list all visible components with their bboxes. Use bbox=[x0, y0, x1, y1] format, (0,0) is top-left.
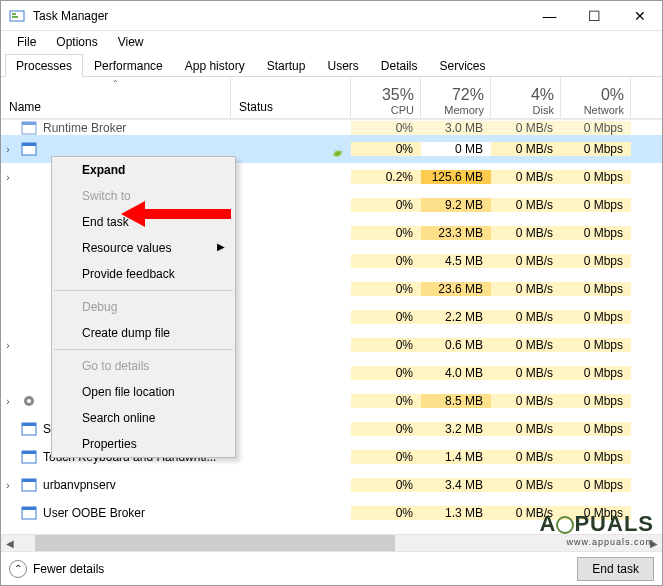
cpu-cell: 0% bbox=[351, 422, 421, 436]
tab-services[interactable]: Services bbox=[429, 54, 497, 77]
horizontal-scrollbar[interactable]: ◀ ▶ bbox=[1, 534, 662, 551]
context-item-provide-feedback[interactable]: Provide feedback bbox=[52, 261, 235, 287]
disk-cell: 0 MB/s bbox=[491, 226, 561, 240]
context-item-properties[interactable]: Properties bbox=[52, 431, 235, 457]
process-name-label: User OOBE Broker bbox=[43, 506, 145, 520]
context-separator bbox=[54, 290, 233, 291]
process-name-cell[interactable]: ›urbanvpnserv bbox=[1, 477, 231, 493]
cpu-cell: 0% bbox=[351, 142, 421, 156]
expand-chevron-icon[interactable]: › bbox=[1, 340, 15, 351]
menu-file[interactable]: File bbox=[7, 33, 46, 51]
context-item-debug: Debug bbox=[52, 294, 235, 320]
table-row[interactable]: Runtime Broker0%3.0 MB0 MB/s0 Mbps bbox=[1, 119, 662, 135]
disk-cell: 0 MB/s bbox=[491, 422, 561, 436]
cpu-cell: 0% bbox=[351, 506, 421, 520]
status-cell: 🍃 bbox=[231, 142, 351, 157]
svg-rect-1 bbox=[12, 13, 16, 15]
column-headers: ⌃ Name Status 35% CPU 72% Memory 4% Disk… bbox=[1, 77, 662, 119]
leaf-icon: 🍃 bbox=[329, 142, 345, 157]
svg-rect-4 bbox=[22, 122, 36, 125]
cpu-cell: 0% bbox=[351, 282, 421, 296]
network-cell: 0 Mbps bbox=[561, 121, 631, 135]
scroll-right-icon[interactable]: ▶ bbox=[645, 535, 662, 551]
expand-chevron-icon[interactable]: › bbox=[1, 172, 15, 183]
tab-details[interactable]: Details bbox=[370, 54, 429, 77]
expand-chevron-icon[interactable]: › bbox=[1, 480, 15, 491]
network-cell: 0 Mbps bbox=[561, 198, 631, 212]
header-cpu[interactable]: 35% CPU bbox=[351, 77, 421, 118]
maximize-button[interactable]: ☐ bbox=[572, 1, 617, 31]
header-network-pct: 0% bbox=[601, 86, 624, 104]
network-cell: 0 Mbps bbox=[561, 226, 631, 240]
context-item-create-dump[interactable]: Create dump file bbox=[52, 320, 235, 346]
disk-cell: 0 MB/s bbox=[491, 254, 561, 268]
context-separator bbox=[54, 349, 233, 350]
process-icon bbox=[21, 120, 37, 136]
header-network-label: Network bbox=[584, 104, 624, 116]
header-network[interactable]: 0% Network bbox=[561, 77, 631, 118]
expand-chevron-icon[interactable]: › bbox=[1, 396, 15, 407]
memory-cell: 8.5 MB bbox=[421, 394, 491, 408]
context-item-expand[interactable]: Expand bbox=[52, 157, 235, 183]
context-item-go-to-details: Go to details bbox=[52, 353, 235, 379]
disk-cell: 0 MB/s bbox=[491, 142, 561, 156]
table-row[interactable]: ›urbanvpnserv0%3.4 MB0 MB/s0 Mbps bbox=[1, 471, 662, 499]
tab-performance[interactable]: Performance bbox=[83, 54, 174, 77]
header-memory[interactable]: 72% Memory bbox=[421, 77, 491, 118]
svg-rect-2 bbox=[12, 16, 18, 18]
header-status-label: Status bbox=[239, 100, 273, 114]
expand-chevron-icon[interactable]: › bbox=[1, 144, 15, 155]
menu-view[interactable]: View bbox=[108, 33, 154, 51]
menu-options[interactable]: Options bbox=[46, 33, 107, 51]
memory-cell: 125.6 MB bbox=[421, 170, 491, 184]
process-icon bbox=[21, 281, 37, 297]
network-cell: 0 Mbps bbox=[561, 310, 631, 324]
disk-cell: 0 MB/s bbox=[491, 121, 561, 135]
table-row[interactable]: User OOBE Broker0%1.3 MB0 MB/s0 Mbps bbox=[1, 499, 662, 527]
process-icon bbox=[21, 225, 37, 241]
disk-cell: 0 MB/s bbox=[491, 450, 561, 464]
process-icon bbox=[21, 337, 37, 353]
tab-bar: Processes Performance App history Startu… bbox=[1, 53, 662, 77]
tab-processes[interactable]: Processes bbox=[5, 54, 83, 77]
menu-bar: File Options View bbox=[1, 31, 662, 53]
tab-startup[interactable]: Startup bbox=[256, 54, 317, 77]
cpu-cell: 0% bbox=[351, 226, 421, 240]
footer-bar: ⌃ Fewer details End task bbox=[1, 551, 662, 585]
svg-rect-6 bbox=[22, 143, 36, 146]
network-cell: 0 Mbps bbox=[561, 254, 631, 268]
scroll-thumb[interactable] bbox=[35, 535, 395, 551]
context-item-resource-values-label: Resource values bbox=[82, 241, 171, 255]
svg-rect-12 bbox=[22, 451, 36, 454]
fewer-details-button[interactable]: ⌃ Fewer details bbox=[9, 560, 104, 578]
process-name-cell[interactable]: › bbox=[1, 141, 231, 157]
context-item-search-online[interactable]: Search online bbox=[52, 405, 235, 431]
memory-cell: 4.5 MB bbox=[421, 254, 491, 268]
context-item-end-task[interactable]: End task bbox=[52, 209, 235, 235]
context-item-resource-values[interactable]: Resource values ▶ bbox=[52, 235, 235, 261]
svg-point-8 bbox=[27, 399, 31, 403]
tab-app-history[interactable]: App history bbox=[174, 54, 256, 77]
header-status[interactable]: Status bbox=[231, 77, 351, 118]
context-item-open-file-location[interactable]: Open file location bbox=[52, 379, 235, 405]
process-name-cell[interactable]: User OOBE Broker bbox=[1, 505, 231, 521]
tab-users[interactable]: Users bbox=[316, 54, 369, 77]
scroll-left-icon[interactable]: ◀ bbox=[1, 535, 18, 551]
svg-rect-16 bbox=[22, 507, 36, 510]
process-icon bbox=[21, 253, 37, 269]
disk-cell: 0 MB/s bbox=[491, 170, 561, 184]
close-button[interactable]: ✕ bbox=[617, 1, 662, 31]
process-icon bbox=[21, 309, 37, 325]
end-task-button[interactable]: End task bbox=[577, 557, 654, 581]
memory-cell: 0.6 MB bbox=[421, 338, 491, 352]
network-cell: 0 Mbps bbox=[561, 450, 631, 464]
process-icon bbox=[21, 449, 37, 465]
title-bar: Task Manager — ☐ ✕ bbox=[1, 1, 662, 31]
cpu-cell: 0.2% bbox=[351, 170, 421, 184]
header-disk[interactable]: 4% Disk bbox=[491, 77, 561, 118]
process-name-cell[interactable]: Runtime Broker bbox=[1, 120, 231, 136]
header-name-label: Name bbox=[9, 100, 41, 114]
fewer-details-label: Fewer details bbox=[33, 562, 104, 576]
header-name[interactable]: ⌃ Name bbox=[1, 77, 231, 118]
minimize-button[interactable]: — bbox=[527, 1, 572, 31]
